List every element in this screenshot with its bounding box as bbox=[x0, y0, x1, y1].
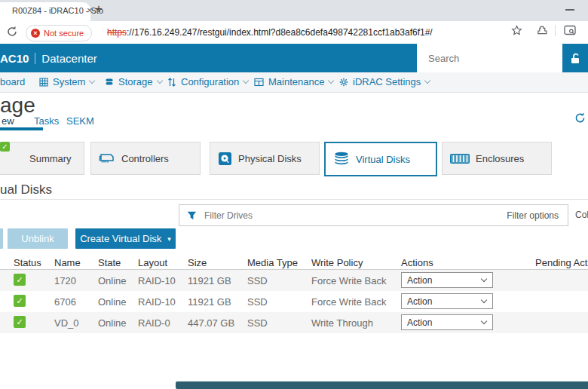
filter-options-button[interactable]: Filter options bbox=[498, 210, 568, 221]
action-select[interactable]: Action bbox=[401, 314, 493, 330]
chevron-down-icon bbox=[481, 297, 487, 303]
brand-name: AC10 bbox=[0, 52, 29, 65]
status-ok-icon: ✓ bbox=[14, 274, 26, 286]
address-bar[interactable]: https://176.16.249.247/restgui/index.htm… bbox=[107, 27, 433, 38]
cell-size: 11921 GB bbox=[188, 275, 231, 286]
nav-dashboard-label: board bbox=[0, 76, 25, 87]
columns-button-clipped[interactable]: Col bbox=[575, 210, 588, 220]
configuration-sliders-icon bbox=[167, 78, 176, 87]
cell-state: Online bbox=[98, 317, 127, 329]
tab-close-icon[interactable]: × bbox=[87, 5, 93, 16]
tab-sekm[interactable]: SEKM bbox=[66, 115, 94, 127]
tab-tasks[interactable]: Tasks bbox=[34, 115, 59, 127]
action-select[interactable]: Action bbox=[401, 293, 493, 309]
unblink-button[interactable]: Unblink bbox=[8, 228, 68, 249]
action-select-value: Action bbox=[407, 275, 432, 286]
virtual-disk-db-icon bbox=[333, 152, 350, 167]
summary-status-ok-icon: ✓ bbox=[0, 142, 10, 152]
bookmark-star-icon[interactable] bbox=[511, 25, 522, 36]
cell-size: 447.07 GB bbox=[188, 317, 234, 329]
cell-media-type: SSD bbox=[247, 275, 268, 286]
card-enclosures[interactable]: Enclosures bbox=[442, 142, 552, 175]
cell-layout: RAID-10 bbox=[138, 275, 176, 286]
caret-down-icon: ▾ bbox=[167, 235, 171, 243]
table-row[interactable]: ✓ 6706 Online RAID-10 11921 GB SSD Force… bbox=[0, 291, 588, 312]
col-header-layout[interactable]: Layout bbox=[138, 257, 167, 268]
global-search[interactable] bbox=[417, 44, 562, 72]
col-header-status[interactable]: Status bbox=[14, 257, 41, 268]
not-secure-icon: × bbox=[31, 29, 40, 38]
card-controllers-label: Controllers bbox=[121, 153, 169, 164]
enclosure-icon bbox=[450, 154, 470, 164]
cell-write-policy: Force Write Back bbox=[311, 296, 386, 308]
nav-item-storage[interactable]: Storage bbox=[105, 76, 162, 87]
nav-item-system[interactable]: System bbox=[39, 76, 94, 87]
section-divider bbox=[0, 199, 588, 200]
status-ok-icon: ✓ bbox=[14, 295, 26, 307]
cell-state: Online bbox=[98, 275, 127, 286]
nav-item-idrac-settings[interactable]: iDRAC Settings bbox=[339, 76, 430, 87]
col-header-write-policy[interactable]: Write Policy bbox=[311, 257, 363, 268]
card-virtual-disks-label: Virtual Disks bbox=[356, 154, 410, 165]
card-physical-disks[interactable]: Physical Disks bbox=[210, 142, 320, 175]
tab-overview[interactable]: ew bbox=[2, 115, 14, 127]
search-input[interactable] bbox=[427, 52, 562, 65]
filter-bar: Filter options bbox=[179, 204, 568, 226]
table-row[interactable]: ✓ VD_0 Online RAID-0 447.07 GB SSD Write… bbox=[0, 312, 588, 333]
cell-media-type: SSD bbox=[247, 317, 268, 329]
nav-item-maintenance[interactable]: Maintenance bbox=[254, 76, 333, 87]
filter-drives-input[interactable] bbox=[203, 210, 498, 222]
reload-icon[interactable] bbox=[5, 25, 19, 38]
refresh-icon[interactable] bbox=[574, 112, 586, 124]
window-minimize-icon[interactable] bbox=[565, 9, 574, 11]
col-header-media-type[interactable]: Media Type bbox=[247, 257, 298, 268]
col-header-name[interactable]: Name bbox=[54, 257, 81, 268]
card-summary[interactable]: Summary bbox=[0, 142, 84, 175]
controller-card-icon bbox=[99, 152, 115, 165]
chevron-down-icon bbox=[156, 78, 162, 84]
card-physical-disks-label: Physical Disks bbox=[238, 153, 302, 164]
unlock-icon[interactable] bbox=[569, 52, 583, 65]
maintenance-table-icon bbox=[254, 78, 264, 87]
col-header-size[interactable]: Size bbox=[188, 257, 207, 268]
blink-button-clipped[interactable] bbox=[0, 228, 3, 249]
nav-item-dashboard[interactable]: board bbox=[0, 76, 25, 87]
cell-layout: RAID-0 bbox=[138, 317, 170, 329]
cell-write-policy: Write Through bbox=[311, 317, 373, 329]
chevron-down-icon bbox=[89, 78, 95, 84]
cell-write-policy: Force Write Back bbox=[311, 275, 386, 286]
nav-item-configuration[interactable]: Configuration bbox=[167, 76, 248, 87]
cell-name: 1720 bbox=[54, 275, 76, 286]
nav-maintenance-label: Maintenance bbox=[268, 76, 324, 87]
chevron-down-icon bbox=[243, 78, 249, 84]
table-row[interactable]: ✓ 1720 Online RAID-10 11921 GB SSD Force… bbox=[0, 270, 588, 291]
card-controllers[interactable]: Controllers bbox=[90, 142, 201, 175]
create-virtual-disk-button[interactable]: Create Virtual Disk ▾ bbox=[75, 228, 176, 249]
extensions-icon[interactable] bbox=[537, 25, 548, 36]
physical-disk-icon bbox=[218, 152, 232, 166]
cell-size: 11921 GB bbox=[188, 296, 231, 308]
gear-icon bbox=[339, 78, 348, 87]
brand-product: Datacenter bbox=[41, 52, 96, 65]
nav-storage-label: Storage bbox=[118, 76, 153, 87]
url-text: ://176.16.249.247/restgui/index.html?d8e… bbox=[127, 27, 433, 38]
not-secure-chip[interactable]: × Not secure bbox=[26, 25, 92, 41]
card-summary-label: Summary bbox=[29, 153, 72, 164]
active-tab-underline bbox=[0, 127, 43, 130]
card-virtual-disks[interactable]: Virtual Disks bbox=[324, 142, 437, 176]
cell-name: VD_0 bbox=[54, 317, 79, 329]
cell-state: Online bbox=[98, 296, 127, 308]
new-tab-icon[interactable]: + bbox=[95, 2, 103, 17]
screen: R00Z84 - iDRAC10 - Sto × + × Not secure … bbox=[0, 0, 588, 389]
action-select[interactable]: Action bbox=[401, 272, 493, 288]
col-header-pending-actions[interactable]: Pending Actions bbox=[535, 257, 588, 268]
col-header-actions[interactable]: Actions bbox=[401, 257, 433, 268]
nav-system-label: System bbox=[53, 76, 85, 87]
section-title: ual Disks bbox=[0, 182, 52, 198]
bottom-overlay-bar bbox=[176, 381, 588, 389]
url-scheme: https bbox=[107, 27, 127, 38]
col-header-state[interactable]: State bbox=[98, 257, 121, 268]
brand: AC10 Datacenter bbox=[0, 52, 97, 65]
cell-name: 6706 bbox=[54, 296, 76, 308]
side-panel-search-icon[interactable] bbox=[564, 25, 577, 36]
